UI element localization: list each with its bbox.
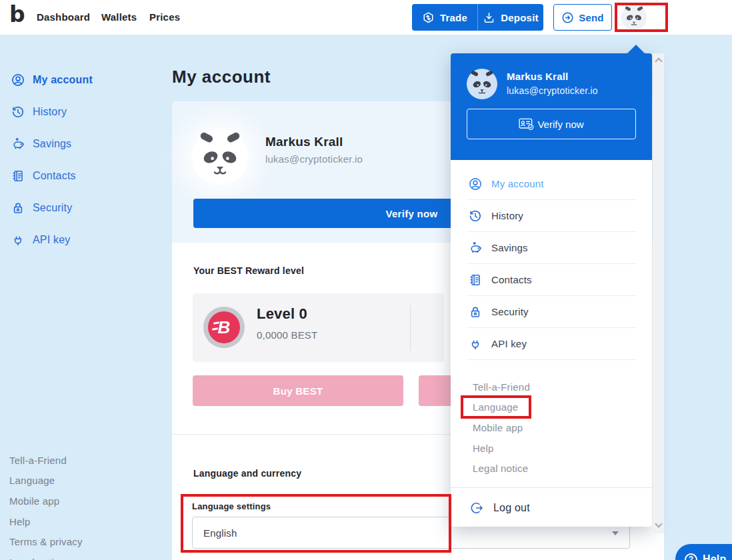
sidebar-item-label: Security: [33, 202, 72, 214]
user-icon: [469, 177, 482, 191]
lock-icon: [11, 201, 25, 215]
trade-deposit-button-group: Trade Deposit: [412, 4, 543, 31]
logout-button[interactable]: Log out: [451, 495, 652, 521]
user-avatar-panda[interactable]: [621, 5, 647, 30]
id-card-icon: [519, 117, 536, 131]
dropdown-link-tell-a-friend[interactable]: Tell-a-Friend: [451, 377, 652, 397]
sidebar-link-terms-privacy[interactable]: Terms & privacy: [9, 531, 83, 552]
trade-button[interactable]: Trade: [412, 4, 477, 31]
sidebar-link-tell-a-friend[interactable]: Tell-a-Friend: [9, 450, 83, 471]
contacts-icon: [469, 273, 482, 287]
dropdown-item-history[interactable]: History: [467, 200, 636, 232]
sidebar-item-label: Contacts: [33, 170, 76, 182]
help-floating-button[interactable]: ? Help: [675, 544, 732, 560]
nav-link-dashboard[interactable]: Dashboard: [37, 11, 90, 23]
dropdown-verify-now-button[interactable]: Verify now: [467, 109, 636, 139]
chevron-down-icon: [612, 531, 619, 535]
send-arrow-icon: [561, 11, 574, 24]
nav-link-wallets[interactable]: Wallets: [101, 11, 137, 23]
dropdown-item-label: Contacts: [491, 274, 532, 285]
best-coin-icon: B: [203, 307, 245, 348]
send-button[interactable]: Send: [553, 4, 612, 31]
dropdown-item-label: History: [491, 210, 523, 221]
sidebar-footer-links: Tell-a-Friend Language Mobile app Help T…: [9, 450, 83, 560]
dropdown-footer-links: Tell-a-Friend Language Mobile app Help L…: [451, 377, 652, 479]
top-navbar: b Dashboard Wallets Prices Trade Deposit…: [0, 0, 732, 35]
plug-icon: [11, 233, 25, 247]
page-title: My account: [172, 67, 271, 87]
dropdown-item-label: API key: [491, 338, 527, 349]
vertical-scrollbar[interactable]: [653, 53, 664, 533]
deposit-arrow-icon: [483, 11, 495, 24]
trade-button-label: Trade: [440, 12, 467, 23]
sidebar-item-history[interactable]: History: [0, 96, 172, 128]
best-balance: 0,0000 BEST: [257, 329, 317, 341]
dropdown-avatar-panda: [467, 69, 497, 99]
panda-face-icon: [467, 69, 497, 99]
contacts-icon: [11, 169, 25, 183]
nav-link-prices[interactable]: Prices: [149, 11, 180, 23]
dropdown-user-name: Markus Krall: [507, 71, 568, 82]
trade-hexagon-icon: [422, 11, 435, 24]
dropdown-user-email: lukas@cryptoticker.io: [507, 85, 598, 96]
sidebar-item-security[interactable]: Security: [0, 192, 172, 224]
dropdown-link-help[interactable]: Help: [451, 438, 652, 459]
reward-level-label: Level 0: [257, 305, 307, 323]
profile-email: lukas@cryptoticker.io: [265, 153, 363, 165]
sidebar-link-legal-notice[interactable]: Legal notice: [9, 552, 83, 560]
language-section-title: Language and currency: [193, 468, 301, 479]
sidebar-item-contacts[interactable]: Contacts: [0, 160, 172, 192]
dropdown-link-legal-notice[interactable]: Legal notice: [451, 458, 652, 479]
sidebar-item-label: API key: [33, 234, 71, 246]
user-icon: [11, 73, 25, 87]
sidebar-item-savings[interactable]: Savings: [0, 128, 172, 160]
logout-label: Log out: [493, 502, 530, 514]
sidebar-item-api-key[interactable]: API key: [0, 224, 172, 256]
dropdown-item-label: Savings: [491, 242, 528, 253]
level-card-divider: [410, 305, 411, 351]
dropdown-item-api-key[interactable]: API key: [467, 328, 636, 360]
dropdown-pointer: [627, 45, 645, 53]
sidebar-item-my-account[interactable]: My account: [0, 64, 172, 96]
sidebar-link-help[interactable]: Help: [9, 511, 83, 532]
dropdown-item-contacts[interactable]: Contacts: [467, 264, 636, 296]
profile-dropdown-panel: Markus Krall lukas@cryptoticker.io Verif…: [451, 53, 652, 527]
dropdown-item-my-account[interactable]: My account: [467, 168, 636, 200]
dropdown-item-label: Security: [491, 306, 529, 317]
sidebar-link-mobile-app[interactable]: Mobile app: [9, 491, 83, 511]
dropdown-item-savings[interactable]: Savings: [467, 232, 636, 264]
lock-icon: [469, 305, 482, 319]
dropdown-verify-label: Verify now: [537, 119, 583, 130]
logout-divider: [451, 487, 652, 488]
sidebar-item-label: My account: [33, 74, 93, 86]
sidebar-item-label: History: [33, 106, 67, 118]
profile-avatar-panda: [192, 129, 248, 185]
buy-best-button[interactable]: Buy BEST: [193, 375, 403, 406]
bitpanda-logo[interactable]: b: [9, 1, 25, 27]
panda-face-icon: [621, 5, 647, 30]
scroll-up-arrow-icon[interactable]: [655, 57, 662, 65]
best-coin-symbol: B: [208, 311, 240, 343]
dropdown-header: Markus Krall lukas@cryptoticker.io Verif…: [451, 53, 652, 160]
history-icon: [469, 209, 482, 223]
dropdown-link-mobile-app[interactable]: Mobile app: [451, 417, 652, 438]
reward-level-card: B Level 0 0,0000 BEST: [193, 293, 444, 362]
question-mark-icon: ?: [685, 553, 697, 560]
sidebar-link-language[interactable]: Language: [9, 471, 83, 491]
help-button-label: Help: [703, 553, 726, 560]
deposit-button[interactable]: Deposit: [477, 4, 543, 31]
language-settings-label: Language settings: [192, 501, 271, 511]
app-window: b Dashboard Wallets Prices Trade Deposit…: [0, 0, 732, 560]
piggy-bank-icon: [11, 137, 25, 151]
dropdown-item-security[interactable]: Security: [467, 296, 636, 328]
sidebar-item-label: Savings: [33, 138, 71, 150]
dropdown-link-language[interactable]: Language: [451, 397, 652, 418]
scroll-down-arrow-icon[interactable]: [655, 520, 662, 527]
sidebar-menu: My account History Savings Contacts Secu…: [0, 64, 172, 256]
panda-face-icon: [192, 129, 248, 185]
language-select-value: English: [203, 527, 237, 539]
dropdown-menu: My account History Savings Contacts Secu…: [451, 168, 652, 360]
send-button-label: Send: [579, 12, 603, 23]
piggy-bank-icon: [469, 241, 482, 255]
profile-name: Markus Krall: [265, 135, 343, 149]
